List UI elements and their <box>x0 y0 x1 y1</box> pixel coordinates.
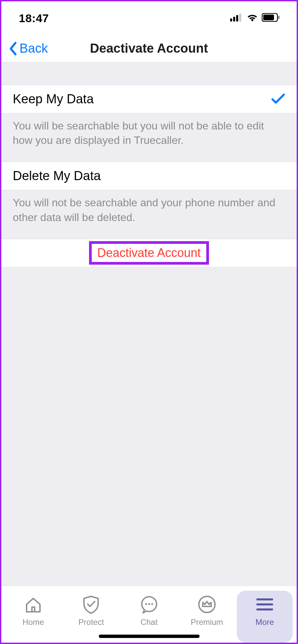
back-label: Back <box>19 41 48 56</box>
home-indicator[interactable] <box>99 635 200 638</box>
svg-rect-0 <box>230 18 232 21</box>
chevron-left-icon <box>8 42 17 56</box>
svg-rect-7 <box>32 607 35 612</box>
option-keep-description: You will be searchable but you will not … <box>1 113 297 162</box>
annotation-highlight: Deactivate Account <box>89 241 209 265</box>
content-background <box>1 267 297 586</box>
status-time: 18:47 <box>19 12 49 25</box>
crown-icon <box>198 594 216 615</box>
checkmark-icon <box>271 93 285 106</box>
nav-bar: Back Deactivate Account <box>1 35 297 62</box>
deactivate-account-button[interactable]: Deactivate Account <box>1 239 297 267</box>
tab-label: Chat <box>140 618 158 627</box>
svg-rect-3 <box>239 13 241 21</box>
home-icon <box>24 594 43 615</box>
option-delete-description: You will not be searchable and your phon… <box>1 190 297 239</box>
svg-point-9 <box>145 603 147 605</box>
status-bar: 18:47 <box>1 1 297 35</box>
back-button[interactable]: Back <box>1 41 48 56</box>
tab-label: Protect <box>78 618 104 627</box>
tab-label: More <box>256 618 274 627</box>
svg-point-10 <box>148 603 150 605</box>
tab-home[interactable]: Home <box>5 591 61 643</box>
svg-point-12 <box>199 596 215 612</box>
section-gap <box>1 62 297 85</box>
tab-label: Premium <box>191 618 223 627</box>
svg-rect-5 <box>263 15 274 20</box>
tab-bar: Home Protect Chat <box>1 586 297 643</box>
shield-icon <box>83 594 99 615</box>
svg-rect-6 <box>278 16 280 19</box>
tab-label: Home <box>23 618 44 627</box>
battery-icon <box>262 13 281 23</box>
option-label: Delete My Data <box>13 169 101 183</box>
status-icons <box>230 13 281 23</box>
option-keep-my-data[interactable]: Keep My Data <box>1 85 297 113</box>
wifi-icon <box>246 13 258 23</box>
cellular-icon <box>230 13 243 23</box>
svg-point-11 <box>151 603 153 605</box>
tab-more[interactable]: More <box>237 591 293 643</box>
screen: 18:47 <box>0 0 298 644</box>
deactivate-label: Deactivate Account <box>97 246 201 260</box>
menu-icon <box>255 594 274 615</box>
svg-rect-2 <box>236 15 238 21</box>
chat-icon <box>140 594 159 615</box>
option-label: Keep My Data <box>13 92 94 106</box>
svg-rect-1 <box>233 17 235 21</box>
option-delete-my-data[interactable]: Delete My Data <box>1 162 297 190</box>
